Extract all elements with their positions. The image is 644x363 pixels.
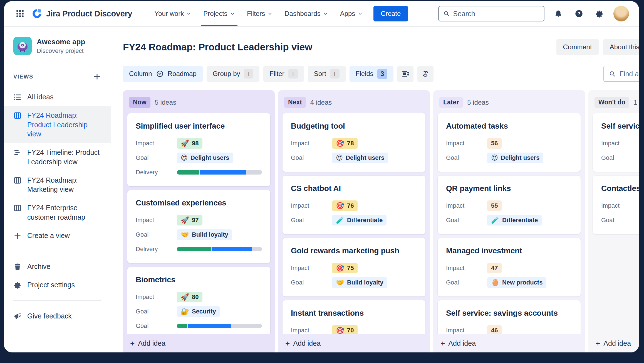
create-button[interactable]: Create	[373, 6, 408, 21]
target-emoji-icon: 🎯	[336, 202, 344, 209]
page-title: FY24 Roadmap: Product Leadership view	[123, 41, 312, 53]
idea-title: Contactless	[601, 184, 639, 193]
goal-pill: 🔐Security	[177, 306, 220, 317]
impact-label: Impact	[291, 264, 332, 272]
column-count: 1 idea	[634, 99, 639, 106]
sidebar-item-project-settings[interactable]: Project settings	[4, 276, 111, 294]
global-search-input[interactable]	[453, 10, 539, 18]
goal-label: Goal	[291, 217, 332, 224]
nav-item-projects[interactable]: Projects	[199, 1, 240, 26]
row-height-button[interactable]	[397, 66, 413, 82]
goal-pill: 🤝Build loyalty	[332, 277, 387, 288]
impact-pill: 🚀98	[177, 138, 202, 149]
help-icon[interactable]	[572, 7, 586, 20]
sidebar-item-archive[interactable]: Archive	[4, 257, 111, 276]
sort-button[interactable]: Sort+	[308, 66, 346, 82]
nav-menu: Your work Projects Filters Dashboards Ap…	[150, 1, 367, 26]
list-icon	[13, 93, 22, 101]
goal-label: Goal	[601, 154, 639, 161]
nav-item-filters[interactable]: Filters	[242, 1, 277, 26]
idea-card[interactable]: QR payment links Impact 55 Goal 🧪Differe…	[438, 176, 581, 234]
view-toolbar: Column Roadmap Group by+ Filter+ Sort+	[123, 66, 639, 82]
idea-card[interactable]: Managed investment Impact 47 Goal 🥚New p…	[438, 238, 581, 296]
goal-emoji-icon: 😍	[336, 154, 343, 161]
impact-label: Impact	[136, 140, 177, 147]
column-view-selector[interactable]: Column Roadmap	[123, 66, 203, 82]
find-idea-input[interactable]	[620, 70, 639, 78]
impact-pill: 55	[487, 200, 502, 211]
column-next: Next 4 ideas Budgeting tool Impact 🎯78 G…	[278, 90, 430, 352]
idea-card[interactable]: Simplified user interface Impact 🚀98 Goa…	[127, 113, 270, 186]
sidebar-item-create-a-view[interactable]: Create a view	[4, 227, 111, 245]
add-idea-button[interactable]: + Add idea	[123, 334, 275, 352]
add-idea-button[interactable]: + Add idea	[588, 334, 639, 352]
user-avatar[interactable]	[613, 6, 629, 21]
nav-item-dashboards[interactable]: Dashboards	[280, 1, 333, 26]
app-window: Jira Product Discovery Your work Project…	[4, 1, 639, 352]
idea-title: Self service:	[601, 122, 639, 131]
goal-emoji-icon: 🤝	[181, 231, 189, 238]
notifications-icon[interactable]	[552, 7, 565, 20]
sidebar-item-fy24-timeline-product[interactable]: FY24 Timeline: Product Leadership view	[4, 143, 111, 171]
idea-card[interactable]: Self service: Impact 36 Goal 🧪	[593, 113, 639, 172]
impact-label: Impact	[601, 140, 639, 147]
delivery-progress-bar	[177, 170, 262, 175]
impact-label: Impact	[136, 217, 177, 224]
filter-button[interactable]: Filter+	[263, 66, 304, 82]
sidebar-item-all-ideas[interactable]: All ideas	[4, 88, 111, 106]
fields-button[interactable]: Fields3	[350, 66, 393, 82]
comment-button[interactable]: Comment	[556, 39, 599, 55]
rocket-emoji-icon: 🚀	[181, 294, 189, 300]
global-search[interactable]	[438, 6, 544, 21]
about-this-view-button[interactable]: About this view	[603, 39, 639, 55]
sidebar-item-fy24-roadmap-marketing[interactable]: FY24 Roadmap: Marketing view	[4, 171, 111, 199]
goal-label: Goal	[601, 217, 639, 224]
idea-card[interactable]: Contactless Impact 30 Goal 🏎	[593, 176, 639, 234]
impact-label: Impact	[601, 202, 639, 209]
find-idea-search[interactable]	[603, 66, 639, 82]
goal-emoji-icon: 🧪	[491, 217, 499, 224]
timeline-icon	[13, 148, 22, 157]
idea-card[interactable]: Gold rewards marketing push Impact 🎯75 G…	[283, 238, 425, 296]
group-by-button[interactable]: Group by+	[207, 66, 260, 82]
delivery-progress-bar	[177, 324, 262, 328]
sidebar-item-fy24-roadmap-product[interactable]: FY24 Roadmap: Product Leadership view	[4, 106, 111, 143]
column-now: Now 5 ideas Simplified user interface Im…	[123, 90, 275, 352]
sidebar-item-label: FY24 Roadmap: Marketing view	[27, 176, 101, 195]
idea-card[interactable]: CS chatbot AI Impact 🎯76 Goal 🧪Different…	[283, 176, 425, 234]
translate-button[interactable]	[417, 66, 434, 82]
nav-item-your-work[interactable]: Your work	[150, 1, 196, 26]
impact-pill: 🚀97	[177, 215, 202, 225]
project-header[interactable]: Awesome app Discovery project	[4, 37, 111, 55]
delivery-label: Delivery	[136, 246, 177, 253]
sidebar-item-label: FY24 Roadmap: Product Leadership view	[27, 111, 101, 139]
goal-emoji-icon: 🔐	[181, 308, 189, 315]
idea-card[interactable]: Budgeting tool Impact 🎯78 Goal 😍Delight …	[283, 113, 425, 172]
idea-title: Budgeting tool	[291, 122, 417, 131]
sidebar-divider	[13, 251, 101, 251]
impact-label: Impact	[446, 264, 487, 272]
idea-card[interactable]: Customised experiences Impact 🚀97 Goal 🤝…	[127, 190, 270, 263]
sidebar-item-fy24-enterprise-roadmap[interactable]: FY24 Enterprise customer roadmap	[4, 199, 111, 227]
app-switcher-icon[interactable]	[14, 8, 26, 20]
idea-card[interactable]: Biometrics Impact 🚀80 Goal 🔐Security Goa…	[127, 267, 270, 340]
plus-icon: +	[285, 340, 290, 347]
settings-gear-icon[interactable]	[593, 7, 606, 20]
add-view-icon[interactable]	[93, 72, 101, 81]
idea-card[interactable]: Automated tasks Impact 56 Goal 😍Delight …	[438, 113, 581, 172]
jira-logo[interactable]: Jira Product Discovery	[31, 8, 132, 19]
target-emoji-icon: 🎯	[336, 265, 344, 271]
target-emoji-icon: 🎯	[336, 140, 344, 147]
add-idea-button[interactable]: + Add idea	[278, 334, 430, 352]
nav-item-apps[interactable]: Apps	[336, 1, 368, 26]
goal-label: Goal	[291, 279, 332, 286]
impact-pill: 47	[487, 263, 502, 273]
goal-pill: 🤝Build loyalty	[177, 229, 232, 240]
sidebar-item-give-feedback[interactable]: Give feedback	[4, 307, 111, 325]
project-avatar-icon	[13, 37, 32, 55]
column-status-badge: Now	[129, 97, 150, 108]
plus-icon: +	[244, 69, 253, 79]
sidebar-item-label: All ideas	[27, 92, 54, 102]
roadmap-board: Now 5 ideas Simplified user interface Im…	[123, 90, 639, 352]
add-idea-button[interactable]: + Add idea	[433, 334, 585, 352]
